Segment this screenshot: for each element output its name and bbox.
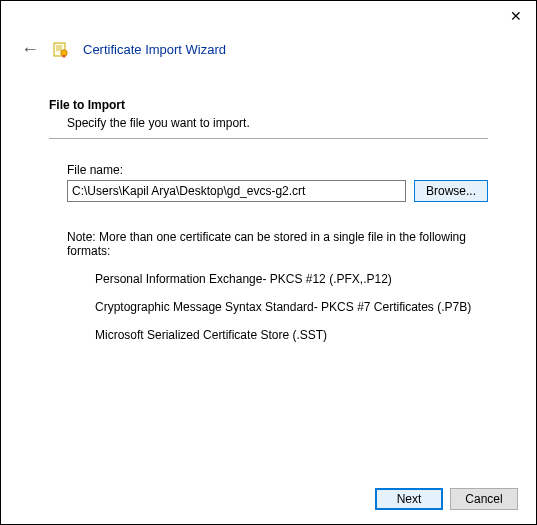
footer-buttons: Next Cancel (375, 488, 518, 510)
file-row: Browse... (67, 180, 488, 202)
page-subheading: Specify the file you want to import. (67, 116, 488, 130)
browse-button[interactable]: Browse... (414, 180, 488, 202)
content-area: File to Import Specify the file you want… (1, 74, 536, 342)
separator (49, 138, 488, 139)
close-icon[interactable]: ✕ (510, 8, 522, 24)
format-pfx: Personal Information Exchange- PKCS #12 … (95, 272, 488, 286)
file-name-input[interactable] (67, 180, 406, 202)
back-arrow-icon[interactable]: ← (21, 39, 39, 60)
wizard-title: Certificate Import Wizard (83, 42, 226, 57)
certificate-icon (53, 42, 69, 58)
form-area: File name: Browse... Note: More than one… (67, 163, 488, 342)
title-bar: ✕ (1, 1, 536, 31)
cancel-button[interactable]: Cancel (450, 488, 518, 510)
wizard-header: ← Certificate Import Wizard (1, 31, 536, 74)
page-heading: File to Import (49, 98, 488, 112)
file-name-label: File name: (67, 163, 488, 177)
format-p7b: Cryptographic Message Syntax Standard- P… (95, 300, 488, 314)
format-sst: Microsoft Serialized Certificate Store (… (95, 328, 488, 342)
note-text: Note: More than one certificate can be s… (67, 230, 488, 258)
next-button[interactable]: Next (375, 488, 443, 510)
